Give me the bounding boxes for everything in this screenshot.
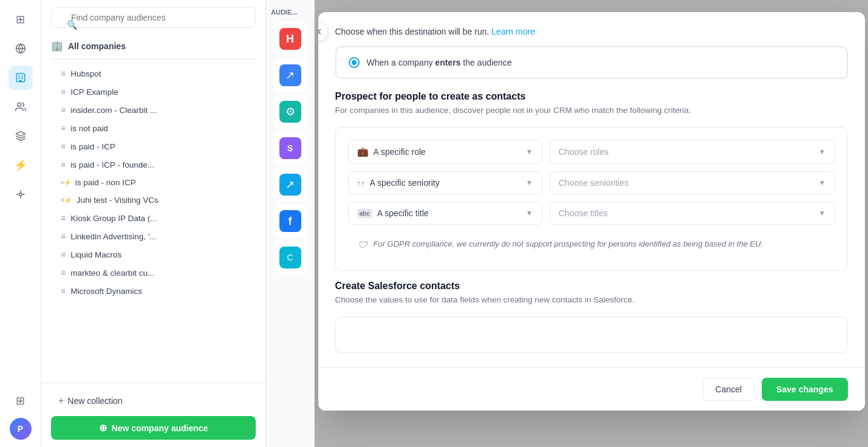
list-icon: ≡: [61, 142, 66, 151]
learn-more-link[interactable]: Learn more: [491, 27, 535, 36]
svg-marker-9: [16, 132, 25, 137]
list-icon: ≡: [61, 160, 66, 169]
sidebar: ⊞ ⚡ ⊞ P: [0, 0, 41, 447]
list-item[interactable]: ≡ is paid - ICP: [41, 137, 265, 155]
create-contacts-box: [335, 316, 848, 353]
sidebar-icon-avatar[interactable]: P: [10, 418, 32, 440]
destination-item-7[interactable]: C: [273, 241, 307, 275]
briefcase-icon: 💼: [357, 146, 369, 157]
list-item[interactable]: ≡ is paid - ICP - founde...: [41, 155, 265, 174]
run-timing-description: Choose when this destination will be run…: [335, 27, 848, 36]
svg-rect-5: [18, 78, 19, 79]
list-item[interactable]: ≡ Linkedin Advertising, '...: [41, 227, 265, 245]
cancel-button[interactable]: Cancel: [703, 378, 755, 401]
sidebar-icon-users[interactable]: [9, 95, 33, 119]
list-item[interactable]: ≡⚡ is paid - non ICP: [41, 174, 265, 191]
modal-overlay: ✕ Choose when this destination will be r…: [315, 0, 868, 447]
sidebar-icon-globe[interactable]: [9, 36, 33, 61]
list-icon: ≡⚡: [61, 179, 70, 186]
all-companies-item[interactable]: 🏢 All companies: [41, 35, 265, 56]
svg-point-8: [17, 103, 21, 106]
dest4-icon: S: [279, 137, 301, 159]
create-contacts-subtitle: Choose the values to use for data fields…: [335, 295, 848, 304]
list-item[interactable]: ≡ Microsoft Dynamics: [41, 282, 265, 300]
svg-rect-4: [21, 75, 22, 77]
list-item[interactable]: ≡ insider.com - Clearbit ...: [41, 101, 265, 119]
prospect-subtitle: For companies in this audience, discover…: [335, 106, 848, 115]
modal-footer: Cancel Save changes: [318, 367, 865, 411]
svg-point-10: [19, 193, 22, 196]
dest7-icon: C: [279, 247, 301, 268]
criteria-row-role: 💼 A specific role ▼ Choose roles ▼: [348, 140, 835, 164]
destinations-panel: Audie... H ↗ ⚙ S ↗ f C: [266, 0, 315, 447]
destination-item-5[interactable]: ↗: [273, 168, 307, 202]
list-item[interactable]: ≡ markteo & clearbit cu...: [41, 264, 265, 282]
role-type-select[interactable]: 💼 A specific role ▼: [348, 140, 542, 164]
sidebar-icon-network[interactable]: [9, 182, 33, 206]
seniority-value-select[interactable]: Choose seniorities ▼: [550, 171, 835, 194]
destination-item-4[interactable]: S: [273, 131, 307, 165]
radio-selected: [349, 57, 360, 68]
chevron-down-icon: ▼: [526, 209, 533, 217]
prospect-section: Prospect for people to create as contact…: [335, 91, 848, 271]
chevron-down-icon: ▼: [819, 179, 826, 187]
criteria-box: 💼 A specific role ▼ Choose roles ▼: [335, 127, 848, 271]
plus-icon: +: [58, 395, 64, 406]
list-icon: ≡: [61, 250, 66, 259]
create-contacts-section: Create Salesforce contacts Choose the va…: [335, 281, 848, 353]
hubspot-icon: H: [279, 28, 301, 50]
sidebar-icon-chart[interactable]: [9, 124, 33, 148]
sidebar-icon-dashboard[interactable]: ⊞: [9, 7, 33, 32]
create-contacts-title: Create Salesforce contacts: [335, 281, 848, 292]
dest3-icon: ⚙: [279, 101, 301, 123]
seniority-icon: ↑↑: [357, 179, 365, 188]
svg-rect-7: [19, 80, 22, 82]
new-company-audience-button[interactable]: ⊕ New company audience: [51, 416, 256, 440]
plus-circle-icon: ⊕: [99, 422, 107, 434]
list-icon: ≡: [61, 231, 66, 241]
run-timing-label: When a company enters the audience: [367, 58, 512, 67]
gdpr-notice: 🛡 For GDPR compliance, we currently do n…: [348, 232, 835, 258]
search-input[interactable]: [51, 7, 256, 28]
title-value-select[interactable]: Choose titles ▼: [550, 202, 835, 225]
list-icon: ≡: [61, 69, 66, 78]
list-item[interactable]: ≡ Liquid Macros: [41, 245, 265, 264]
role-value-select[interactable]: Choose roles ▼: [550, 140, 835, 164]
sidebar-icon-building[interactable]: [9, 66, 33, 90]
svg-rect-3: [18, 75, 19, 77]
left-panel: 🔍 🏢 All companies ≡ Hubspot ≡ ICP Exampl…: [41, 0, 266, 447]
save-changes-button[interactable]: Save changes: [762, 378, 847, 401]
list-item[interactable]: ≡ ICP Example: [41, 83, 265, 101]
dest5-icon: ↗: [279, 174, 301, 196]
svg-rect-6: [21, 78, 22, 79]
list-item[interactable]: ≡ is not paid: [41, 119, 265, 137]
close-icon: ✕: [318, 26, 323, 38]
all-companies-label: All companies: [68, 41, 126, 51]
prospect-title: Prospect for people to create as contact…: [335, 91, 848, 102]
run-timing-option[interactable]: When a company enters the audience: [335, 46, 848, 79]
divider: [51, 59, 256, 60]
criteria-row-seniority: ↑↑ A specific seniority ▼ Choose seniori…: [348, 171, 835, 194]
destination-item-3[interactable]: ⚙: [273, 95, 307, 129]
chevron-down-icon: ▼: [526, 179, 533, 187]
list-icon: ≡⚡: [61, 197, 72, 203]
main-content: ✕ Choose when this destination will be r…: [315, 0, 868, 447]
destinations-header: Audie...: [266, 5, 314, 19]
new-collection-button[interactable]: + New collection: [51, 391, 256, 411]
list-icon: ≡: [61, 87, 66, 97]
destination-item-2[interactable]: ↗: [273, 58, 307, 92]
sidebar-icon-grid[interactable]: ⊞: [9, 389, 33, 413]
title-type-select[interactable]: abc A specific title ▼: [348, 202, 542, 225]
chevron-down-icon: ▼: [819, 148, 826, 156]
list-item[interactable]: ≡ Kiosk Group IP Data (...: [41, 209, 265, 227]
destination-item-facebook[interactable]: f: [273, 204, 307, 238]
list-item[interactable]: ≡ Hubspot: [41, 64, 265, 83]
sidebar-icon-lightning[interactable]: ⚡: [9, 153, 33, 177]
list-item[interactable]: ≡⚡ Juhi test - Visiting VCs: [41, 191, 265, 209]
seniority-type-select[interactable]: ↑↑ A specific seniority ▼: [348, 171, 542, 194]
list-icon: ≡: [61, 213, 66, 223]
modal: ✕ Choose when this destination will be r…: [318, 12, 865, 411]
chevron-down-icon: ▼: [819, 209, 826, 217]
search-bar-container: 🔍: [51, 7, 256, 28]
destination-item-hubspot[interactable]: H: [273, 22, 307, 56]
